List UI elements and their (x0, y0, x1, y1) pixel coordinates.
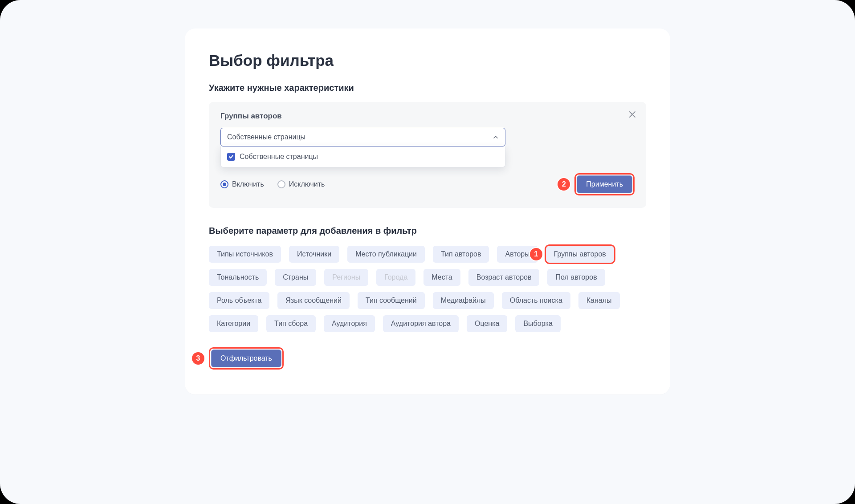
include-exclude-radios: Включить Исключить (220, 180, 325, 188)
param-chip[interactable]: Типы источников (209, 246, 281, 263)
filter-panel: Группы авторов Собственные страницы Собс… (209, 102, 646, 208)
param-chip-label: Язык сообщений (285, 297, 342, 304)
param-chip[interactable]: Возраст авторов (468, 269, 540, 286)
param-chip-label: Источники (297, 250, 331, 258)
chevron-up-icon (493, 134, 499, 140)
param-chip-label: Пол авторов (555, 273, 597, 281)
param-chip[interactable]: Место публикации (347, 246, 425, 263)
param-chip-label: Регионы (332, 273, 360, 281)
param-chip-label: Аудитория автора (391, 320, 451, 327)
param-chip[interactable]: Роль объекта (209, 292, 269, 309)
step-badge-3: 3 (192, 352, 204, 365)
param-chip[interactable]: Область поиска (502, 292, 570, 309)
param-chip[interactable]: Выборка (515, 315, 560, 332)
param-chip[interactable]: Места (423, 269, 460, 286)
select-option-label: Собственные страницы (240, 153, 318, 161)
param-chip-label: Страны (283, 273, 308, 281)
param-chip-label: Тип авторов (441, 250, 481, 258)
param-chip[interactable]: Источники (289, 246, 339, 263)
param-chip-label: Группы авторов (554, 250, 606, 258)
param-chip-label: Города (384, 273, 407, 281)
params-title: Выберите параметр для добавления в фильт… (209, 226, 646, 236)
apply-button[interactable]: Применить (577, 175, 632, 193)
radio-include[interactable]: Включить (220, 180, 264, 188)
filter-highlight: 3 Отфильтровать (209, 347, 284, 370)
radio-include-label: Включить (232, 180, 264, 188)
param-chip-label: Тональность (217, 273, 259, 281)
param-chip-label: Область поиска (510, 297, 562, 304)
param-chip[interactable]: Каналы (578, 292, 620, 309)
select-value: Собственные страницы (227, 133, 305, 141)
radio-dot-selected-icon (220, 180, 228, 188)
param-chip: Города (376, 269, 415, 286)
select-box[interactable]: Собственные страницы (220, 128, 505, 146)
param-chip-label: Авторы (505, 250, 529, 258)
params-chip-list: Типы источниковИсточникиМесто публикации… (209, 246, 646, 332)
param-chip[interactable]: Страны (275, 269, 316, 286)
param-chip: Регионы (324, 269, 368, 286)
filter-button[interactable]: Отфильтровать (211, 350, 281, 367)
param-chip-label: Выборка (523, 320, 552, 327)
param-chip-label: Возраст авторов (476, 273, 532, 281)
param-chip-label: Тип сообщений (366, 297, 417, 304)
param-chip[interactable]: Тип сообщений (358, 292, 425, 309)
author-groups-select[interactable]: Собственные страницы Собственные страниц… (220, 128, 505, 146)
param-chip[interactable]: Язык сообщений (277, 292, 350, 309)
param-chip[interactable]: Пол авторов (547, 269, 605, 286)
param-chip[interactable]: Тип авторов (433, 246, 489, 263)
param-chip-label: Медиафайлы (441, 297, 486, 304)
param-chip-label: Типы источников (217, 250, 273, 258)
apply-highlight: 2 Применить (574, 173, 635, 195)
param-chip[interactable]: Группы авторов1 (546, 246, 614, 263)
param-chip-label: Оценка (475, 320, 499, 327)
step-badge-1: 1 (530, 248, 542, 260)
param-chip[interactable]: Аудитория (324, 315, 375, 332)
radio-dot-icon (277, 180, 285, 188)
radio-exclude-label: Исключить (289, 180, 325, 188)
radio-exclude[interactable]: Исключить (277, 180, 325, 188)
param-chip-label: Место публикации (355, 250, 417, 258)
panel-label: Группы авторов (220, 112, 635, 121)
param-chip[interactable]: Тональность (209, 269, 267, 286)
param-chip-label: Роль объекта (217, 297, 261, 304)
dialog-subtitle: Укажите нужные характеристики (209, 83, 646, 93)
param-chip-label: Тип сбора (274, 320, 308, 327)
param-chip[interactable]: Оценка (467, 315, 507, 332)
param-chip[interactable]: Аудитория автора (383, 315, 459, 332)
close-icon[interactable] (628, 111, 636, 119)
select-dropdown: Собственные страницы (220, 146, 505, 167)
dialog-title: Выбор фильтра (209, 52, 646, 69)
step-badge-2: 2 (558, 178, 570, 191)
param-chip-label: Места (432, 273, 452, 281)
select-option[interactable]: Собственные страницы (225, 150, 501, 163)
param-chip[interactable]: Тип сбора (266, 315, 316, 332)
param-chip-label: Категории (217, 320, 250, 327)
param-chip[interactable]: Медиафайлы (433, 292, 494, 309)
param-chip-label: Аудитория (332, 320, 367, 327)
param-chip-label: Каналы (586, 297, 612, 304)
dialog-card: Выбор фильтра Укажите нужные характерист… (185, 28, 670, 394)
page-viewport: Выбор фильтра Укажите нужные характерист… (0, 0, 855, 504)
checkbox-checked-icon[interactable] (227, 153, 235, 161)
param-chip[interactable]: Категории (209, 315, 258, 332)
